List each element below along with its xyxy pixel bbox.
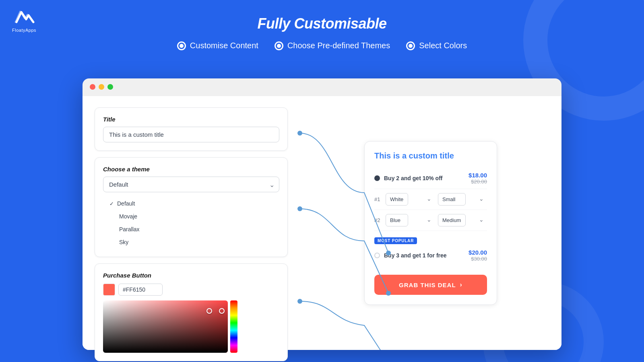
window-content: Title Choose a theme Default Movaje Para… — [83, 96, 561, 350]
close-button[interactable] — [90, 84, 95, 90]
theme-option-parallax[interactable]: Parallax — [105, 223, 278, 236]
theme-select[interactable]: Default Movaje Parallax Sky — [103, 177, 279, 192]
cta-button[interactable]: GRAB THIS DEAL › — [374, 275, 487, 295]
tab-dot-1 — [177, 41, 186, 50]
tab-label-2: Choose Pre-defined Themes — [287, 41, 390, 50]
variant-color-select-wrapper-1: White Blue Red — [386, 193, 435, 206]
gradient-handle-2[interactable] — [219, 308, 225, 314]
theme-option-parallax-label: Parallax — [119, 226, 140, 232]
theme-option-movaje[interactable]: Movaje — [105, 210, 278, 223]
offer-price-current-2: $20.00 — [469, 249, 487, 256]
title-card: Title — [95, 107, 288, 151]
main-window: Title Choose a theme Default Movaje Para… — [83, 78, 561, 350]
title-label: Title — [103, 116, 279, 123]
variant-color-select-wrapper-2: White Blue Red — [386, 214, 435, 226]
theme-option-default-label: Default — [117, 200, 135, 207]
theme-option-default[interactable]: ✓ Default — [105, 197, 278, 210]
variant-size-select-1[interactable]: Small Medium Large — [438, 193, 466, 206]
tab-choose-themes[interactable]: Choose Pre-defined Themes — [275, 41, 390, 50]
color-hex-input[interactable] — [118, 284, 163, 296]
feature-tabs: Customise Content Choose Pre-defined The… — [0, 41, 644, 50]
variant-size-select-2[interactable]: Small Medium Large — [438, 214, 466, 226]
logo: FloatyApps — [12, 8, 36, 33]
offer-prices-1: $18.00 $20.00 — [469, 172, 487, 185]
color-swatch[interactable] — [103, 284, 115, 296]
window-chrome — [83, 78, 561, 95]
offer-row-2[interactable]: Buy 3 and get 1 for free $20.00 $30.00 — [374, 247, 487, 266]
page-title: Fully Customisable — [0, 15, 644, 32]
left-panel: Title Choose a theme Default Movaje Para… — [83, 96, 300, 350]
offer-text-1: Buy 2 and get 10% off — [384, 175, 469, 181]
most-popular-row: MOST POPULAR Buy 3 and get 1 for free $2… — [374, 231, 487, 269]
variant-color-select-2[interactable]: White Blue Red — [386, 214, 408, 226]
theme-label: Choose a theme — [103, 166, 279, 173]
preview-title: This is a custom title — [374, 151, 487, 160]
offer-radio-2 — [374, 253, 380, 258]
variant-size-select-wrapper-1: Small Medium Large — [438, 193, 487, 206]
right-panel: This is a custom title Buy 2 and get 10%… — [300, 96, 561, 350]
check-icon: ✓ — [109, 201, 114, 207]
offer-radio-1 — [374, 175, 380, 181]
maximize-button[interactable] — [107, 84, 113, 90]
cta-button-label: GRAB THIS DEAL — [399, 282, 456, 288]
variant-num-1: #1 — [374, 196, 382, 202]
color-gradient[interactable] — [103, 300, 228, 353]
theme-option-sky[interactable]: Sky — [105, 236, 278, 249]
variant-color-select-1[interactable]: White Blue Red — [386, 193, 408, 206]
app-name: FloatyApps — [12, 28, 36, 33]
most-popular-badge: MOST POPULAR — [374, 237, 417, 244]
theme-select-wrapper: Default Movaje Parallax Sky ⌄ — [103, 177, 279, 192]
offer-price-old-1: $20.00 — [469, 179, 487, 185]
tab-select-colors[interactable]: Select Colors — [406, 41, 467, 50]
tab-dot-3 — [406, 41, 415, 50]
offer-price-old-2: $30.00 — [469, 256, 487, 262]
theme-card: Choose a theme Default Movaje Parallax S… — [95, 157, 288, 257]
theme-options-list: ✓ Default Movaje Parallax Sky — [103, 197, 279, 249]
color-card-label: Purchase Button — [103, 272, 279, 279]
cta-arrow-icon: › — [460, 281, 462, 288]
color-spectrum[interactable] — [230, 300, 237, 353]
variant-size-select-wrapper-2: Small Medium Large — [438, 214, 487, 226]
title-input[interactable] — [103, 127, 279, 142]
gradient-handle-1[interactable] — [206, 308, 212, 314]
tab-dot-2 — [275, 41, 283, 50]
offer-prices-2: $20.00 $30.00 — [469, 249, 487, 262]
variant-num-2: #2 — [374, 217, 382, 223]
preview-card: This is a custom title Buy 2 and get 10%… — [364, 141, 497, 305]
color-picker-area — [103, 300, 279, 353]
offer-text-2: Buy 3 and get 1 for free — [384, 252, 469, 259]
offer-price-current-1: $18.00 — [469, 172, 487, 179]
minimize-button[interactable] — [99, 84, 104, 90]
theme-option-sky-label: Sky — [119, 239, 128, 245]
tab-label-1: Customise Content — [190, 41, 258, 50]
color-card: Purchase Button — [95, 263, 288, 361]
header: Fully Customisable Customise Content Cho… — [0, 0, 644, 50]
tab-label-3: Select Colors — [419, 41, 467, 50]
theme-option-movaje-label: Movaje — [119, 213, 137, 220]
tab-customise-content[interactable]: Customise Content — [177, 41, 258, 50]
offer-row-1[interactable]: Buy 2 and get 10% off $18.00 $20.00 — [374, 168, 487, 189]
color-input-row — [103, 284, 279, 296]
variant-row-1: #1 White Blue Red Small Medium Large — [374, 189, 487, 210]
variant-row-2: #2 White Blue Red Small Medium Large — [374, 210, 487, 231]
